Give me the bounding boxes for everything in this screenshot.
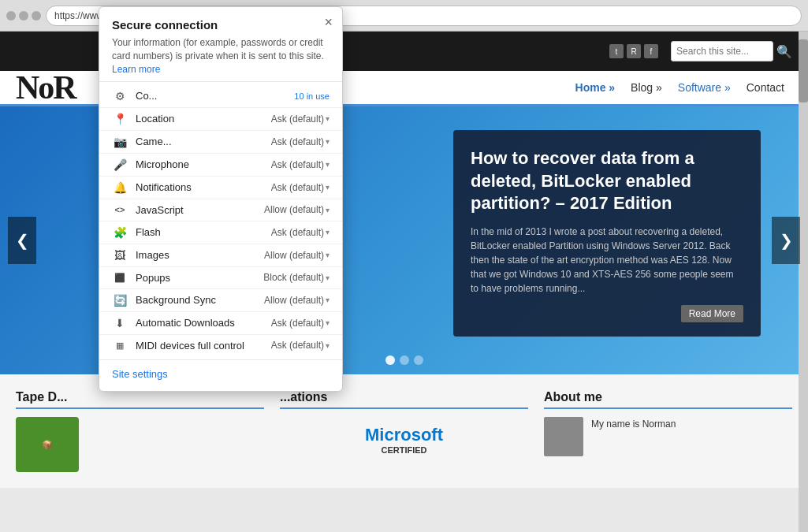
permission-flash: 🧩 Flash Ask (default) ▾ — [99, 221, 342, 244]
tape-logo-img: 📦 — [16, 417, 79, 472]
col3-title: About me — [544, 390, 792, 409]
microphone-name: Microphone — [136, 158, 263, 170]
security-popup: Secure connection Your information (for … — [99, 6, 343, 392]
microphone-icon: 🎤 — [112, 158, 128, 171]
nav-software[interactable]: Software » — [670, 75, 739, 100]
popup-close-button[interactable]: × — [324, 15, 333, 29]
location-icon: 📍 — [112, 113, 128, 125]
permission-cookies: ⚙ Co... 10 in use — [99, 85, 342, 108]
nav-blog[interactable]: Blog » — [623, 75, 670, 100]
microsoft-logo-area: Microsoft CERTIFIED — [280, 417, 528, 463]
images-value[interactable]: Allow (default) ▾ — [264, 250, 330, 261]
hero-article-excerpt: In the mid of 2013 I wrote a post about … — [471, 225, 743, 296]
hero-prev-button[interactable]: ❮ — [8, 217, 36, 264]
popup-header: Secure connection Your information (for … — [99, 7, 342, 82]
facebook-icon[interactable]: f — [644, 44, 658, 58]
permission-microphone: 🎤 Microphone Ask (default) ▾ — [99, 154, 342, 177]
site-search[interactable]: 🔍 — [671, 41, 792, 61]
permission-location: 📍 Location Ask (default) ▾ — [99, 108, 342, 131]
hero-article-card: How to recover data from a deleted, BitL… — [453, 130, 761, 337]
permission-notifications: 🔔 Notifications Ask (default) ▾ — [99, 177, 342, 199]
learn-more-link[interactable]: Learn more — [112, 64, 160, 75]
website-background: https://www.norupdate.com t R f 🔍 NoR Ho… — [0, 0, 808, 532]
hero-article-title: How to recover data from a deleted, BitL… — [471, 147, 743, 215]
nav-home[interactable]: Home » — [568, 75, 624, 100]
col1-title: Tape D... — [16, 390, 264, 409]
site-menu: Home » Blog » Software » Contact — [568, 75, 792, 100]
microphone-value[interactable]: Ask (default) ▾ — [271, 159, 330, 170]
nav-contact[interactable]: Contact — [739, 75, 792, 100]
location-value[interactable]: Ask (default) ▾ — [271, 113, 330, 125]
camera-value[interactable]: Ask (default) ▾ — [271, 136, 330, 147]
search-input[interactable] — [671, 41, 773, 61]
site-bottom-content: Tape D... 📦 ...ations Microsoft CERTIFIE… — [0, 374, 808, 488]
automatic-downloads-value[interactable]: Ask (default) ▾ — [271, 318, 330, 329]
hero-dot-2[interactable] — [400, 355, 409, 365]
automatic-downloads-name: Automatic Downloads — [136, 317, 263, 329]
about-me-text: My name is Norman — [591, 417, 676, 431]
notifications-icon: 🔔 — [112, 181, 128, 194]
hero-dot-3[interactable] — [414, 355, 423, 365]
flash-name: Flash — [136, 226, 263, 238]
bottom-col-2: ...ations Microsoft CERTIFIED — [280, 390, 528, 472]
camera-name: Came... — [136, 136, 263, 147]
site-settings-link[interactable]: Site settings — [112, 368, 168, 380]
twitter-icon[interactable]: t — [609, 44, 624, 58]
scrollbar-thumb[interactable] — [799, 39, 808, 102]
javascript-name: JavaScript — [136, 204, 256, 216]
midi-icon: ▦ — [112, 340, 128, 351]
browser-controls — [6, 11, 41, 20]
permission-popups: ⬛ Popups Block (default) ▾ — [99, 267, 342, 289]
popup-title: Secure connection — [112, 18, 330, 32]
flash-icon: 🧩 — [112, 226, 128, 239]
popup-description: Your information (for example, passwords… — [112, 36, 330, 63]
popups-name: Popups — [136, 272, 255, 284]
midi-name: MIDI devices full control — [136, 340, 263, 352]
bottom-col-3: About me My name is Norman — [544, 390, 792, 472]
permission-images: 🖼 Images Allow (default) ▾ — [99, 244, 342, 267]
midi-value[interactable]: Ask (default) ▾ — [271, 340, 330, 351]
camera-icon: 📷 — [112, 136, 128, 148]
about-me-photo — [544, 417, 583, 456]
hero-pagination — [385, 355, 423, 365]
hero-next-button[interactable]: ❯ — [772, 217, 800, 264]
permission-camera: 📷 Came... Ask (default) ▾ — [99, 131, 342, 154]
background-sync-value[interactable]: Allow (default) ▾ — [264, 295, 330, 306]
popup-permissions-list: ⚙ Co... 10 in use 📍 Location Ask (defaul… — [99, 82, 342, 359]
bottom-col-1: Tape D... 📦 — [16, 390, 264, 472]
javascript-value[interactable]: Allow (default) ▾ — [264, 204, 330, 215]
cookies-value[interactable]: 10 in use — [294, 91, 330, 101]
site-logo: NoR — [16, 69, 76, 106]
read-more-button[interactable]: Read More — [681, 305, 743, 322]
permission-javascript: <> JavaScript Allow (default) ▾ — [99, 199, 342, 221]
hero-dot-1[interactable] — [385, 355, 395, 365]
cookies-name: Co... — [136, 90, 286, 102]
ms-logo-sub: CERTIFIED — [365, 445, 443, 455]
browser-dot-2 — [19, 11, 28, 20]
notifications-name: Notifications — [136, 181, 263, 193]
images-name: Images — [136, 249, 256, 261]
social-icons: t R f — [609, 44, 658, 58]
popups-value[interactable]: Block (default) ▾ — [263, 272, 330, 283]
location-name: Location — [136, 113, 263, 125]
background-sync-name: Background Sync — [136, 294, 256, 306]
javascript-icon: <> — [112, 205, 128, 214]
search-icon[interactable]: 🔍 — [776, 44, 792, 59]
permission-background-sync: 🔄 Background Sync Allow (default) ▾ — [99, 289, 342, 312]
popup-footer: Site settings — [99, 359, 342, 391]
notifications-value[interactable]: Ask (default) ▾ — [271, 182, 330, 193]
automatic-downloads-icon: ⬇ — [112, 317, 128, 329]
browser-dot-3 — [32, 11, 41, 20]
cookies-icon: ⚙ — [112, 90, 128, 102]
permission-midi: ▦ MIDI devices full control Ask (default… — [99, 335, 342, 356]
ms-logo-text: Microsoft — [365, 425, 443, 445]
background-sync-icon: 🔄 — [112, 294, 128, 307]
rss-icon[interactable]: R — [627, 44, 641, 58]
images-icon: 🖼 — [112, 249, 128, 262]
permission-automatic-downloads: ⬇ Automatic Downloads Ask (default) ▾ — [99, 312, 342, 335]
col2-title: ...ations — [280, 390, 528, 409]
popups-icon: ⬛ — [112, 273, 128, 283]
flash-value[interactable]: Ask (default) ▾ — [271, 227, 330, 238]
scrollbar[interactable] — [799, 32, 808, 532]
browser-dot-1 — [6, 11, 16, 20]
